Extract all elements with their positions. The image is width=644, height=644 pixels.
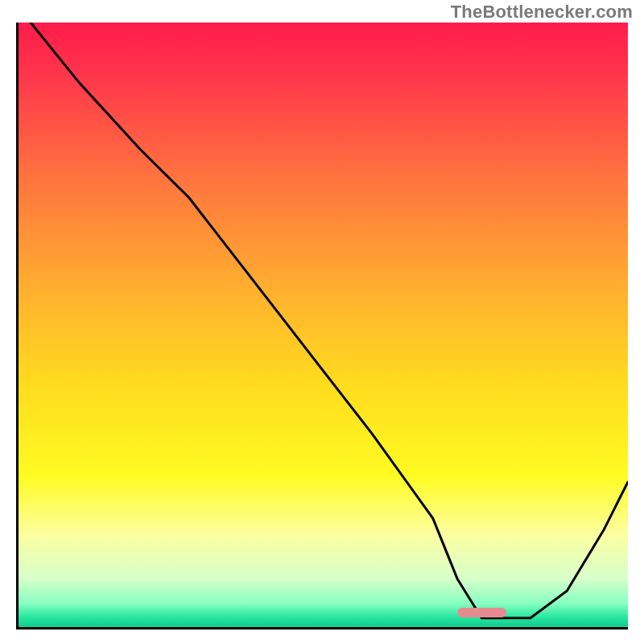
- watermark-text: TheBottlenecker.com: [451, 2, 633, 23]
- chart-background-heatmap: [19, 23, 628, 627]
- chart-axes: [16, 23, 628, 630]
- optimal-marker: [457, 608, 506, 617]
- svg-rect-0: [19, 23, 628, 627]
